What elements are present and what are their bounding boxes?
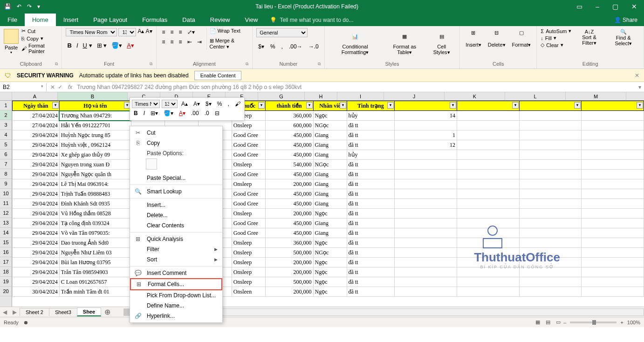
- filter-icon[interactable]: ▾: [637, 102, 643, 109]
- table-header-cell[interactable]: Ngày thán▾: [13, 101, 60, 111]
- column-header[interactable]: J: [384, 92, 445, 100]
- cut-button[interactable]: ✂Cut: [21, 28, 58, 34]
- new-sheet-icon[interactable]: ⊕: [101, 308, 114, 316]
- cell[interactable]: [457, 228, 519, 238]
- table-header-cell[interactable]: Họ và tên▾: [59, 101, 131, 111]
- cell[interactable]: [519, 248, 582, 258]
- zoom-slider[interactable]: [570, 321, 617, 323]
- column-header[interactable]: L: [505, 92, 566, 100]
- cell[interactable]: [582, 248, 644, 258]
- cell[interactable]: Nguyen trong xuan Đ: [59, 160, 131, 170]
- column-header[interactable]: I: [337, 92, 384, 100]
- security-close-icon[interactable]: ✕: [635, 72, 639, 79]
- delete-cells-button[interactable]: ⊟Delete▾: [486, 28, 507, 49]
- sort-filter-button[interactable]: A↓ZSort & Filter▾: [574, 28, 604, 47]
- ctx-clear[interactable]: Clear Contents: [130, 220, 222, 231]
- clear-button[interactable]: ◇ Clear ▾: [541, 42, 571, 48]
- cell[interactable]: [395, 267, 457, 277]
- cell[interactable]: Võ văn Tân 0979035:: [59, 228, 131, 238]
- tab-insert[interactable]: Insert: [56, 14, 86, 26]
- cell[interactable]: [395, 277, 457, 287]
- cell[interactable]: [395, 248, 457, 258]
- row-header[interactable]: 12: [0, 208, 12, 218]
- cell[interactable]: 29/04/2024: [13, 179, 60, 189]
- cell[interactable]: [395, 170, 457, 179]
- page-layout-view-icon[interactable]: ▤: [543, 318, 553, 327]
- cell[interactable]: [457, 209, 519, 219]
- cell[interactable]: Onsleep: [232, 179, 265, 189]
- accounting-icon[interactable]: $▾: [256, 42, 266, 51]
- row-header[interactable]: 15: [0, 238, 12, 247]
- row-header[interactable]: 18: [0, 267, 12, 277]
- row-header[interactable]: 14: [0, 228, 12, 238]
- cell[interactable]: 29/04/2024: [13, 258, 60, 267]
- cell[interactable]: Giang: [313, 219, 347, 228]
- cell[interactable]: [582, 258, 644, 267]
- ctx-copy[interactable]: ⎘Copy: [130, 138, 222, 148]
- cell[interactable]: [519, 140, 582, 150]
- align-bottom-icon[interactable]: ≡: [177, 28, 184, 36]
- insert-cells-button[interactable]: ⊞Insert▾: [464, 28, 483, 49]
- row-header[interactable]: 5: [0, 140, 12, 150]
- cell[interactable]: đã tt: [347, 189, 395, 199]
- mini-size-select[interactable]: 13: [162, 100, 178, 108]
- cell[interactable]: 29/04/2024: [13, 209, 60, 219]
- cell[interactable]: [457, 189, 519, 199]
- cell[interactable]: 29/04/2024: [13, 277, 60, 287]
- cell[interactable]: 29/04/2024: [13, 150, 60, 160]
- cell[interactable]: Huỳnh Ngọc trung 85: [59, 130, 131, 140]
- increase-indent-icon[interactable]: ⇥: [195, 38, 204, 46]
- cell[interactable]: [582, 277, 644, 287]
- cell[interactable]: [582, 189, 644, 199]
- cell[interactable]: [457, 199, 519, 209]
- cell[interactable]: [519, 228, 582, 238]
- cell[interactable]: hủy: [347, 150, 395, 160]
- cell[interactable]: đã tt: [347, 228, 395, 238]
- table-header-cell[interactable]: Tình trạng▾: [347, 101, 395, 111]
- cell[interactable]: [395, 150, 457, 160]
- sheet-tab[interactable]: Sheet3: [49, 308, 77, 316]
- row-header[interactable]: 19: [0, 277, 12, 287]
- cell[interactable]: Good Gree: [232, 140, 265, 150]
- tab-file[interactable]: File: [0, 14, 25, 26]
- cell[interactable]: [395, 199, 457, 209]
- filter-icon[interactable]: ▾: [574, 102, 581, 109]
- cell[interactable]: 200,000: [265, 287, 313, 297]
- cell[interactable]: [395, 160, 457, 170]
- cell-styles-button[interactable]: ▤Cell Styles▾: [427, 28, 456, 56]
- cell[interactable]: Nguyễn Như Liêm 03: [59, 248, 131, 258]
- cell[interactable]: Ngọc: [313, 111, 347, 121]
- cell[interactable]: Onsleen: [232, 287, 265, 297]
- cell[interactable]: 360,000: [265, 111, 313, 121]
- column-header[interactable]: H: [305, 92, 337, 100]
- cancel-formula-icon[interactable]: ✕: [50, 84, 55, 90]
- cell[interactable]: đã tt: [347, 160, 395, 170]
- cell[interactable]: đã tt: [347, 267, 395, 277]
- wrap-text-button[interactable]: 📄 Wrap Text: [210, 28, 249, 34]
- increase-decimal-icon[interactable]: .00→: [287, 42, 304, 51]
- ctx-sort[interactable]: Sort▶: [130, 254, 222, 265]
- mini-painter-icon[interactable]: 🖌: [233, 100, 242, 108]
- cell[interactable]: Ngọc: [313, 209, 347, 219]
- ctx-delete[interactable]: Delete...: [130, 210, 222, 220]
- cell[interactable]: 450,000: [265, 228, 313, 238]
- cell[interactable]: 1: [395, 130, 457, 140]
- cell[interactable]: [519, 209, 582, 219]
- row-header[interactable]: 9: [0, 179, 12, 189]
- tab-page-layout[interactable]: Page Layout: [86, 14, 135, 26]
- autosum-button[interactable]: Σ AutoSum ▾: [541, 28, 571, 34]
- macro-record-icon[interactable]: ⏺: [23, 320, 28, 325]
- cell[interactable]: [395, 179, 457, 189]
- filter-icon[interactable]: ▾: [387, 102, 394, 109]
- cell[interactable]: [519, 179, 582, 189]
- cell[interactable]: Giang: [313, 140, 347, 150]
- ctx-insert[interactable]: Insert...: [130, 200, 222, 210]
- cell[interactable]: [519, 267, 582, 277]
- font-name-select[interactable]: Times New Roma: [66, 28, 117, 36]
- cell[interactable]: Giang: [313, 170, 347, 179]
- column-header[interactable]: G: [258, 92, 305, 100]
- table-header-cell[interactable]: thành tiền▾: [265, 101, 313, 111]
- cell[interactable]: Ngọc: [313, 277, 347, 287]
- cell[interactable]: Good Gree: [232, 150, 265, 160]
- tell-me[interactable]: 💡Tell me what you want to do...: [265, 14, 358, 26]
